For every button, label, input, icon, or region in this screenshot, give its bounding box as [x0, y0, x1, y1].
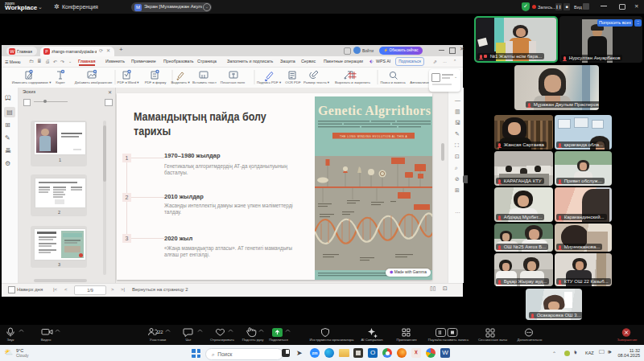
svg-text:Genetic Algrrithors: Genetic Algrrithors [318, 104, 431, 118]
svg-text:22: 22 [158, 330, 163, 334]
svg-text:THE LONG WINDING EVOLUTION AL: THE LONG WINDING EVOLUTION AL THIS A [340, 135, 407, 138]
